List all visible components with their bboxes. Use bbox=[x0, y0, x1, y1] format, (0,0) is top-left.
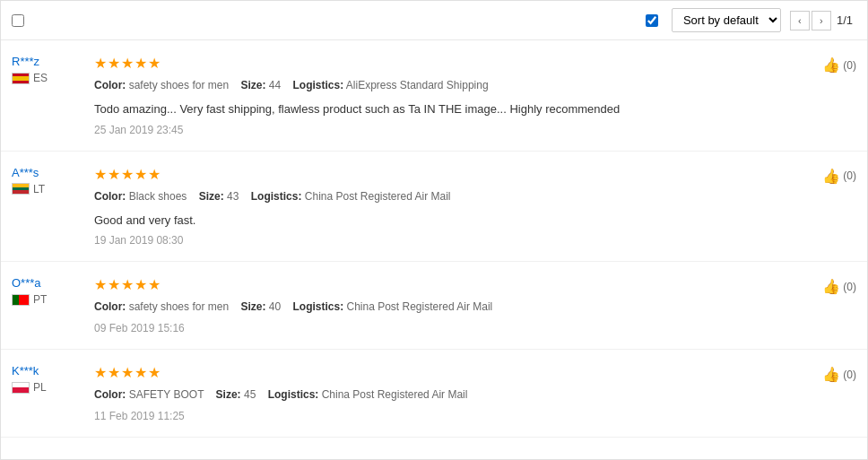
review-meta: Color: safety shoes for men Size: 44 Log… bbox=[94, 77, 801, 93]
size-value: 43 bbox=[227, 190, 239, 203]
page-info: 1/1 bbox=[833, 13, 856, 27]
star: ★ bbox=[94, 166, 107, 183]
reviewer-info: O***a PT bbox=[12, 276, 83, 334]
color-value: safety shoes for men bbox=[129, 79, 229, 91]
like-button[interactable]: 👍 (0) bbox=[822, 278, 856, 295]
country-code: ES bbox=[33, 72, 48, 84]
review-actions: 👍 (0) bbox=[812, 55, 856, 136]
reviewer-country: PL bbox=[12, 381, 83, 394]
color-label: Color: bbox=[94, 190, 126, 203]
star: ★ bbox=[135, 276, 147, 293]
star: ★ bbox=[121, 55, 134, 72]
like-button[interactable]: 👍 (0) bbox=[822, 56, 856, 74]
review-item: A***s LT ★★★★★ Color: Black shoes Size: … bbox=[1, 152, 867, 263]
review-content: ★★★★★ Color: safety shoes for men Size: … bbox=[83, 55, 812, 136]
reviewer-country: LT bbox=[12, 183, 83, 195]
country-code: PT bbox=[33, 293, 47, 306]
star: ★ bbox=[108, 55, 120, 72]
star: ★ bbox=[94, 55, 107, 72]
reviewer-name: O***a bbox=[12, 276, 83, 290]
color-value: Black shoes bbox=[129, 190, 187, 203]
reviewer-country: PT bbox=[12, 293, 83, 306]
like-count: (0) bbox=[843, 281, 856, 293]
star-rating: ★★★★★ bbox=[94, 364, 801, 381]
size-value: 40 bbox=[269, 300, 281, 313]
review-date: 11 Feb 2019 11:25 bbox=[94, 410, 801, 422]
logistics-value: China Post Registered Air Mail bbox=[305, 190, 451, 203]
prev-page-button[interactable]: ‹ bbox=[790, 11, 810, 30]
toolbar-right: Sort by default ‹ › 1/1 bbox=[646, 8, 856, 32]
review-actions: 👍 (0) bbox=[812, 166, 856, 247]
translate-section bbox=[646, 14, 663, 27]
color-label: Color: bbox=[94, 388, 126, 401]
reviews-container: Sort by default ‹ › 1/1 R***z ES ★★★★★ C… bbox=[0, 0, 868, 460]
star: ★ bbox=[148, 364, 161, 381]
country-filter-checkbox[interactable] bbox=[12, 14, 24, 27]
logistics-value: AliExpress Standard Shipping bbox=[346, 79, 489, 91]
review-actions: 👍 (0) bbox=[812, 364, 856, 422]
reviewer-info: K***k PL bbox=[12, 364, 83, 422]
star: ★ bbox=[108, 364, 120, 381]
sort-select[interactable]: Sort by default bbox=[672, 8, 781, 32]
star: ★ bbox=[121, 276, 134, 293]
star-rating: ★★★★★ bbox=[94, 55, 801, 72]
star: ★ bbox=[121, 166, 134, 183]
like-button[interactable]: 👍 (0) bbox=[822, 168, 856, 185]
star-rating: ★★★★★ bbox=[94, 276, 801, 293]
pagination: ‹ › 1/1 bbox=[790, 11, 856, 30]
size-label: Size: bbox=[199, 190, 224, 203]
logistics-value: China Post Registered Air Mail bbox=[346, 300, 492, 313]
review-text: Todo amazing... Very fast shipping, flaw… bbox=[94, 100, 801, 118]
size-label: Size: bbox=[240, 300, 265, 313]
star-rating: ★★★★★ bbox=[94, 166, 801, 183]
review-date: 19 Jan 2019 08:30 bbox=[94, 234, 801, 247]
star: ★ bbox=[121, 364, 134, 381]
reviewer-info: A***s LT bbox=[12, 166, 83, 247]
toolbar-left bbox=[12, 14, 30, 27]
review-meta: Color: Black shoes Size: 43 Logistics: C… bbox=[94, 188, 801, 204]
color-label: Color: bbox=[94, 300, 126, 313]
translate-checkbox[interactable] bbox=[646, 14, 658, 27]
like-count: (0) bbox=[843, 59, 856, 72]
review-meta: Color: SAFETY BOOT Size: 45 Logistics: C… bbox=[94, 386, 801, 403]
country-code: PL bbox=[33, 381, 47, 394]
toolbar: Sort by default ‹ › 1/1 bbox=[1, 1, 867, 40]
review-date: 25 Jan 2019 23:45 bbox=[94, 124, 801, 136]
logistics-label: Logistics: bbox=[292, 300, 343, 313]
review-actions: 👍 (0) bbox=[812, 276, 856, 334]
reviewer-info: R***z ES bbox=[12, 55, 83, 136]
thumbs-up-icon: 👍 bbox=[822, 168, 840, 185]
like-count: (0) bbox=[843, 369, 856, 381]
reviews-list: R***z ES ★★★★★ Color: safety shoes for m… bbox=[1, 40, 867, 438]
logistics-value: China Post Registered Air Mail bbox=[322, 388, 468, 401]
size-value: 45 bbox=[244, 388, 256, 401]
logistics-label: Logistics: bbox=[251, 190, 302, 203]
star: ★ bbox=[148, 55, 161, 72]
color-value: safety shoes for men bbox=[129, 300, 229, 313]
star: ★ bbox=[135, 166, 147, 183]
reviewer-name: R***z bbox=[12, 55, 83, 68]
next-page-button[interactable]: › bbox=[812, 11, 831, 30]
review-content: ★★★★★ Color: safety shoes for men Size: … bbox=[83, 276, 812, 334]
reviewer-name: K***k bbox=[12, 364, 83, 378]
review-content: ★★★★★ Color: Black shoes Size: 43 Logist… bbox=[83, 166, 812, 247]
size-value: 44 bbox=[269, 79, 281, 91]
star: ★ bbox=[94, 276, 107, 293]
review-item: K***k PL ★★★★★ Color: SAFETY BOOT Size: … bbox=[1, 350, 867, 438]
thumbs-up-icon: 👍 bbox=[822, 366, 840, 383]
reviewer-name: A***s bbox=[12, 166, 83, 179]
size-label: Size: bbox=[216, 388, 241, 401]
country-flag bbox=[12, 382, 30, 394]
review-content: ★★★★★ Color: SAFETY BOOT Size: 45 Logist… bbox=[83, 364, 812, 422]
star: ★ bbox=[108, 276, 120, 293]
review-item: O***a PT ★★★★★ Color: safety shoes for m… bbox=[1, 262, 867, 350]
logistics-label: Logistics: bbox=[268, 388, 319, 401]
country-flag bbox=[12, 294, 30, 306]
star: ★ bbox=[135, 364, 147, 381]
country-flag bbox=[12, 183, 30, 195]
like-button[interactable]: 👍 (0) bbox=[822, 366, 856, 383]
review-text: Good and very fast. bbox=[94, 212, 801, 230]
logistics-label: Logistics: bbox=[292, 79, 343, 91]
star: ★ bbox=[108, 166, 120, 183]
star: ★ bbox=[135, 55, 147, 72]
